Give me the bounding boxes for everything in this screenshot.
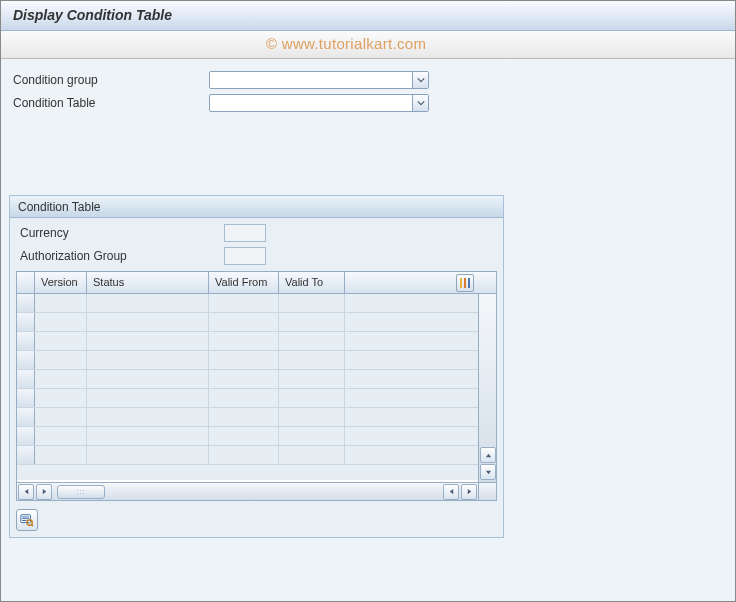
cell-extra (345, 370, 496, 388)
content-area: Condition group Condition Table Conditio… (1, 59, 735, 601)
cell-valid-from[interactable] (209, 389, 279, 407)
cell-extra (345, 313, 496, 331)
cell-valid-to[interactable] (279, 351, 345, 369)
col-header-valid-from[interactable]: Valid From (209, 272, 279, 293)
watermark: © www.tutorialkart.com (266, 35, 426, 52)
col-header-valid-to[interactable]: Valid To (279, 272, 345, 293)
scroll-down-button[interactable] (480, 464, 496, 480)
row-header[interactable] (17, 370, 35, 388)
cell-valid-to[interactable] (279, 427, 345, 445)
cell-valid-from[interactable] (209, 332, 279, 350)
scroll-right-button-2[interactable] (461, 484, 477, 500)
cell-extra (345, 332, 496, 350)
cell-version[interactable] (35, 446, 87, 464)
table-row[interactable] (17, 408, 496, 427)
table-row[interactable] (17, 370, 496, 389)
row-header[interactable] (17, 332, 35, 350)
grid-corner-bottom-right (478, 482, 496, 500)
cell-valid-from[interactable] (209, 313, 279, 331)
currency-label: Currency (16, 226, 216, 240)
field-auth-group: Authorization Group (16, 245, 497, 267)
horizontal-thumb[interactable]: ::: (57, 485, 105, 499)
config-icon (464, 278, 466, 288)
scroll-up-button[interactable] (480, 447, 496, 463)
cell-extra (345, 351, 496, 369)
cell-valid-to[interactable] (279, 370, 345, 388)
scroll-left-button[interactable] (18, 484, 34, 500)
cell-valid-from[interactable] (209, 370, 279, 388)
grid-header-row: Version Status Valid From Valid To (17, 272, 496, 294)
cell-valid-from[interactable] (209, 351, 279, 369)
table-row[interactable] (17, 446, 496, 465)
row-header[interactable] (17, 313, 35, 331)
table-row[interactable] (17, 427, 496, 446)
cell-valid-from[interactable] (209, 294, 279, 312)
cell-version[interactable] (35, 294, 87, 312)
cell-status[interactable] (87, 446, 209, 464)
chevron-down-icon (412, 72, 428, 88)
cell-valid-to[interactable] (279, 294, 345, 312)
vertical-scrollbar[interactable] (478, 294, 496, 482)
cell-status[interactable] (87, 370, 209, 388)
cell-status[interactable] (87, 313, 209, 331)
row-header[interactable] (17, 446, 35, 464)
page-title: Display Condition Table (1, 1, 735, 31)
row-header[interactable] (17, 389, 35, 407)
cell-status[interactable] (87, 389, 209, 407)
cell-valid-to[interactable] (279, 313, 345, 331)
cell-valid-from[interactable] (209, 427, 279, 445)
cell-status[interactable] (87, 332, 209, 350)
svg-rect-1 (22, 517, 29, 518)
cell-version[interactable] (35, 408, 87, 426)
chevron-down-icon (412, 95, 428, 111)
auth-group-input[interactable] (224, 247, 266, 265)
col-header-status[interactable]: Status (87, 272, 209, 293)
field-condition-group: Condition group (9, 69, 727, 91)
table-row[interactable] (17, 294, 496, 313)
cell-extra (345, 408, 496, 426)
svg-line-5 (31, 524, 33, 526)
cell-extra (345, 427, 496, 445)
cell-status[interactable] (87, 408, 209, 426)
field-condition-table: Condition Table (9, 92, 727, 114)
panel-title: Condition Table (10, 196, 503, 218)
scroll-right-button[interactable] (36, 484, 52, 500)
cell-valid-to[interactable] (279, 446, 345, 464)
grid-corner[interactable] (17, 272, 35, 293)
row-header[interactable] (17, 294, 35, 312)
row-header[interactable] (17, 427, 35, 445)
cell-valid-to[interactable] (279, 408, 345, 426)
currency-input[interactable] (224, 224, 266, 242)
scroll-left-button-2[interactable] (443, 484, 459, 500)
search-detail-button[interactable] (16, 509, 38, 531)
table-row[interactable] (17, 351, 496, 370)
row-header[interactable] (17, 408, 35, 426)
table-row[interactable] (17, 389, 496, 408)
cell-version[interactable] (35, 427, 87, 445)
condition-table-label: Condition Table (9, 96, 209, 110)
cell-version[interactable] (35, 389, 87, 407)
cell-version[interactable] (35, 332, 87, 350)
cell-valid-to[interactable] (279, 332, 345, 350)
table-row[interactable] (17, 332, 496, 351)
row-header[interactable] (17, 351, 35, 369)
cell-valid-to[interactable] (279, 389, 345, 407)
condition-group-dropdown[interactable] (209, 71, 429, 89)
configure-columns-button[interactable] (456, 274, 474, 292)
col-header-version[interactable]: Version (35, 272, 87, 293)
config-icon (460, 278, 462, 288)
condition-table-dropdown[interactable] (209, 94, 429, 112)
toolbar: © www.tutorialkart.com (1, 31, 735, 59)
cell-extra (345, 446, 496, 464)
cell-version[interactable] (35, 313, 87, 331)
cell-status[interactable] (87, 351, 209, 369)
svg-rect-2 (22, 518, 29, 519)
cell-valid-from[interactable] (209, 446, 279, 464)
cell-version[interactable] (35, 370, 87, 388)
cell-status[interactable] (87, 427, 209, 445)
cell-version[interactable] (35, 351, 87, 369)
cell-status[interactable] (87, 294, 209, 312)
cell-valid-from[interactable] (209, 408, 279, 426)
horizontal-scrollbar[interactable]: ::: (17, 482, 478, 500)
table-row[interactable] (17, 313, 496, 332)
